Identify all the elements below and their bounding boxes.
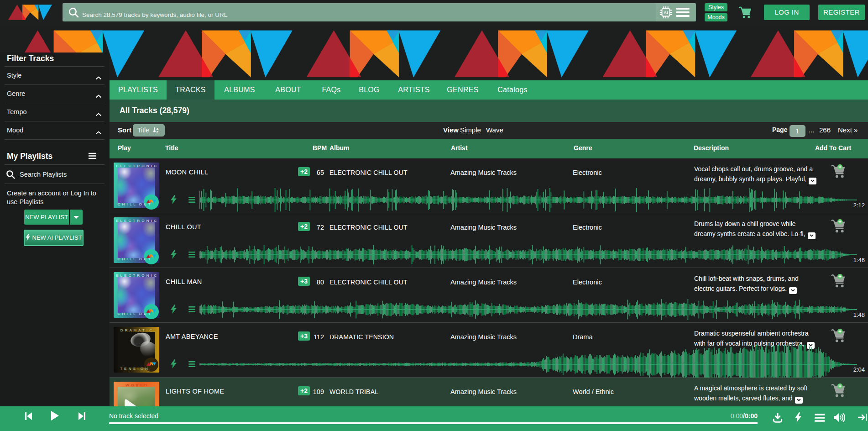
svg-text:Z: Z xyxy=(156,131,158,133)
svg-text:AI: AI xyxy=(664,10,668,15)
svg-text:A: A xyxy=(156,127,158,131)
